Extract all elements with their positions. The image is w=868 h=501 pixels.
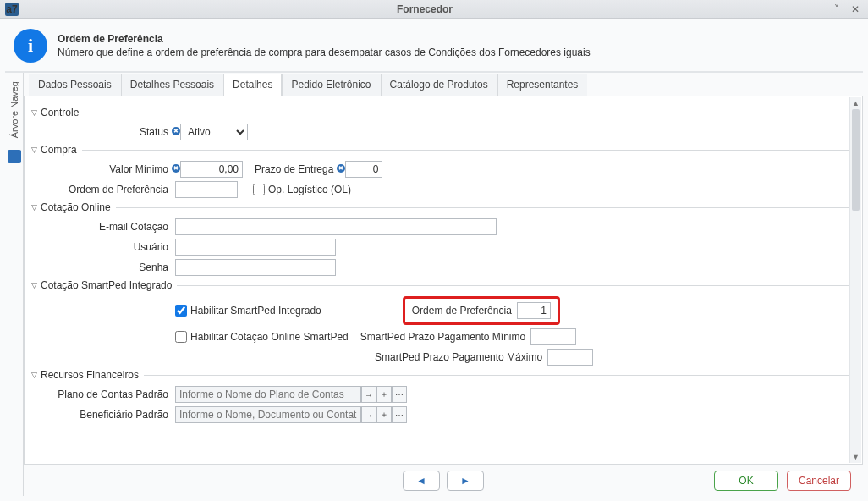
status-select[interactable]: Ativo <box>180 124 248 140</box>
email-cotacao-input[interactable] <box>175 218 497 235</box>
info-icon: i <box>14 29 47 63</box>
collapse-icon[interactable]: ▽ <box>31 281 37 289</box>
smartped-prazo-max-label: SmartPed Prazo Pagamento Máximo <box>375 351 542 363</box>
scrollbar-thumb[interactable] <box>852 109 860 211</box>
senha-input[interactable] <box>175 259 336 276</box>
close-icon[interactable]: ✕ <box>848 2 863 17</box>
highlight-ordem-preferencia: Ordem de Preferência <box>403 296 560 325</box>
group-compra: ▽ Compra <box>31 144 850 156</box>
smartped-prazo-min-input[interactable] <box>530 328 576 345</box>
valor-minimo-input[interactable] <box>180 161 243 178</box>
header-text: Ordem de Preferência Número que define a… <box>58 33 591 58</box>
collapse-icon[interactable]: ▽ <box>31 108 37 117</box>
header-title: Ordem de Preferência <box>58 33 591 45</box>
goto-icon[interactable]: → <box>361 386 376 403</box>
smartped-ordem-pref-label: Ordem de Preferência <box>412 305 512 317</box>
group-cotacao-online: ▽ Cotação Online <box>31 201 850 213</box>
divider <box>84 113 850 113</box>
tab-catalogo-produtos[interactable]: Catálogo de Produtos <box>381 74 497 96</box>
tab-detalhes[interactable]: Detalhes <box>223 74 282 96</box>
smartped-ordem-pref-input[interactable] <box>517 302 551 319</box>
divider <box>116 207 850 208</box>
usuario-label: Usuário <box>31 241 175 253</box>
divider <box>144 375 850 376</box>
scroll-down-icon[interactable]: ▼ <box>850 451 861 463</box>
collapse-icon[interactable]: ▽ <box>31 146 37 154</box>
side-rail-icon[interactable] <box>8 150 21 163</box>
header-subtitle: Número que define a ordem de preferência… <box>58 47 591 58</box>
tabs: Dados Pessoais Detalhes Pessoais Detalhe… <box>24 73 863 96</box>
smartped-prazo-max-input[interactable] <box>547 349 593 366</box>
op-logistico-label: Op. Logístico (OL) <box>268 184 351 195</box>
tab-detalhes-pessoais[interactable]: Detalhes Pessoais <box>121 74 223 96</box>
beneficiario-input[interactable] <box>175 406 361 423</box>
group-compra-title: Compra <box>41 144 77 156</box>
next-button[interactable]: ► <box>447 471 484 491</box>
habilitar-cot-online-smartped-checkbox[interactable] <box>175 331 187 343</box>
more-icon[interactable]: ⋯ <box>392 406 407 423</box>
habilitar-smartped-checkbox[interactable] <box>175 305 187 317</box>
minimize-icon[interactable]: ˅ <box>829 2 844 17</box>
group-smartped-title: Cotação SmartPed Integrado <box>41 279 172 291</box>
more-icon[interactable]: ⋯ <box>392 386 407 403</box>
ok-button[interactable]: OK <box>714 471 778 491</box>
status-label: Status <box>31 126 175 138</box>
content: i Ordem de Preferência Número que define… <box>0 19 868 501</box>
group-controle: ▽ Controle <box>31 107 850 118</box>
side-rail-label[interactable]: Árvore Naveg <box>9 81 19 138</box>
senha-label: Senha <box>31 262 175 273</box>
window: a7 Fornecedor ˅ ✕ i Ordem de Preferência… <box>0 0 868 501</box>
plano-contas-input[interactable] <box>175 386 361 403</box>
footer: ◄ ► OK Cancelar <box>24 465 863 496</box>
ordem-pref-input[interactable] <box>175 181 238 198</box>
window-title: Fornecedor <box>24 3 826 15</box>
divider <box>177 285 850 286</box>
group-smartped: ▽ Cotação SmartPed Integrado <box>31 279 850 291</box>
header-info: i Ordem de Preferência Número que define… <box>5 24 863 72</box>
app-icon: a7 <box>5 3 19 16</box>
form-area: Dados Pessoais Detalhes Pessoais Detalhe… <box>24 73 863 496</box>
beneficiario-label: Beneficiário Padrão <box>31 409 175 421</box>
plano-contas-label: Plano de Contas Padrão <box>31 388 175 400</box>
add-icon[interactable]: ＋ <box>376 406 392 423</box>
cancel-button[interactable]: Cancelar <box>787 471 851 491</box>
collapse-icon[interactable]: ▽ <box>31 203 37 212</box>
collapse-icon[interactable]: ▽ <box>31 371 37 379</box>
group-recursos: ▽ Recursos Financeiros <box>31 369 850 381</box>
divider <box>82 150 850 151</box>
ordem-pref-label: Ordem de Preferência <box>31 184 175 195</box>
scroll-up-icon[interactable]: ▲ <box>850 97 861 109</box>
titlebar: a7 Fornecedor ˅ ✕ <box>0 0 868 19</box>
side-rail: Árvore Naveg <box>5 73 24 496</box>
habilitar-cot-online-smartped-label: Habilitar Cotação Online SmartPed <box>190 331 349 343</box>
group-cot-online-title: Cotação Online <box>41 201 111 213</box>
vertical-scrollbar[interactable]: ▲ ▼ <box>849 97 861 463</box>
email-cotacao-label: E-mail Cotação <box>31 221 175 233</box>
prazo-entrega-label: Prazo de Entrega <box>255 163 333 175</box>
tab-representantes[interactable]: Representantes <box>497 74 588 96</box>
tab-dados-pessoais[interactable]: Dados Pessoais <box>29 74 121 96</box>
tab-pedido-eletronico[interactable]: Pedido Eletrônico <box>282 74 380 96</box>
op-logistico-checkbox[interactable] <box>253 184 265 195</box>
prev-button[interactable]: ◄ <box>403 471 440 491</box>
add-icon[interactable]: ＋ <box>376 386 392 403</box>
smartped-prazo-min-label: SmartPed Prazo Pagamento Mínimo <box>360 331 525 343</box>
valor-minimo-label: Valor Mínimo <box>31 163 175 175</box>
prazo-entrega-input[interactable] <box>345 161 382 178</box>
group-controle-title: Controle <box>41 107 79 118</box>
main: Árvore Naveg Dados Pessoais Detalhes Pes… <box>5 72 863 496</box>
habilitar-smartped-label: Habilitar SmartPed Integrado <box>190 305 321 317</box>
group-recursos-title: Recursos Financeiros <box>41 369 139 381</box>
scroll-pane: ▽ Controle Status Ativo ▽ Comp <box>24 96 863 465</box>
goto-icon[interactable]: → <box>361 406 376 423</box>
usuario-input[interactable] <box>175 239 336 256</box>
